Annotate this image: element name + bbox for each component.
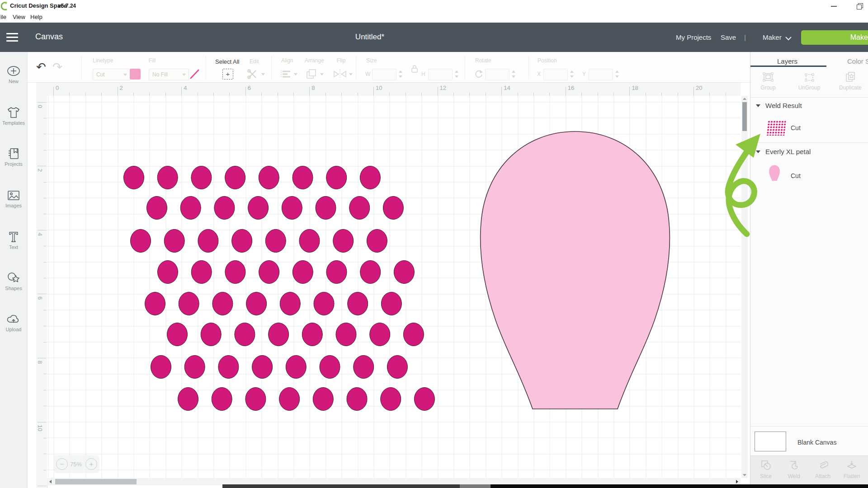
flip-icon[interactable] xyxy=(333,69,347,79)
canvas-dot[interactable] xyxy=(349,197,370,220)
canvas-dot[interactable] xyxy=(299,230,320,253)
height-input[interactable] xyxy=(428,69,453,80)
canvas-dot[interactable] xyxy=(302,323,322,346)
canvas-dot[interactable] xyxy=(394,261,414,284)
canvas-dot[interactable] xyxy=(232,230,252,253)
scroll-right-icon[interactable] xyxy=(736,480,738,483)
canvas-dot[interactable] xyxy=(333,230,354,253)
canvas-dot[interactable] xyxy=(292,166,313,189)
canvas-dot[interactable] xyxy=(354,356,374,379)
hamburger-menu-icon[interactable] xyxy=(6,33,18,42)
canvas-dot[interactable] xyxy=(225,261,245,284)
linetype-color-swatch[interactable] xyxy=(130,69,141,80)
canvas-dot[interactable] xyxy=(212,292,233,315)
height-stepper[interactable] xyxy=(455,69,459,80)
canvas-dot[interactable] xyxy=(167,323,188,346)
arrange-icon[interactable] xyxy=(306,68,317,80)
sidebar-item-images[interactable]: Images xyxy=(0,188,27,216)
scroll-left-icon[interactable] xyxy=(49,480,52,483)
canvas-dot[interactable] xyxy=(313,388,333,411)
petal-shape[interactable] xyxy=(481,131,670,409)
attach-button[interactable]: Attach xyxy=(810,460,835,479)
canvas-dot[interactable] xyxy=(180,197,201,220)
y-stepper[interactable] xyxy=(615,69,619,80)
canvas-dot[interactable] xyxy=(191,166,212,189)
canvas-dot[interactable] xyxy=(282,197,302,220)
ungroup-button[interactable]: UnGroup xyxy=(793,71,825,91)
weld-button[interactable]: Weld xyxy=(781,460,807,479)
canvas-dot[interactable] xyxy=(320,356,340,379)
undo-icon[interactable]: ↶ xyxy=(36,60,46,74)
canvas-dot[interactable] xyxy=(191,261,212,284)
rotate-input[interactable] xyxy=(485,69,509,80)
layer-label[interactable]: Cut xyxy=(791,172,801,179)
canvas-dot[interactable] xyxy=(370,323,390,346)
horizontal-scrollbar-thumb[interactable] xyxy=(55,479,137,484)
align-icon[interactable] xyxy=(280,70,292,79)
canvas-dot[interactable] xyxy=(326,166,347,189)
canvas-dot[interactable] xyxy=(387,356,407,379)
canvas-dot[interactable] xyxy=(131,230,151,253)
canvas-dot[interactable] xyxy=(259,166,279,189)
canvas-dot[interactable] xyxy=(347,388,367,411)
dots-grid[interactable] xyxy=(124,166,435,411)
sidebar-item-projects[interactable]: Projects xyxy=(0,147,27,175)
align-dropdown-icon[interactable] xyxy=(294,73,297,75)
canvas-dot[interactable] xyxy=(157,166,178,189)
machine-select[interactable]: Maker xyxy=(763,33,782,41)
linetype-dropdown[interactable]: Cut xyxy=(93,69,130,80)
chevron-down-icon[interactable] xyxy=(785,36,792,41)
sidebar-item-shapes[interactable]: Shapes xyxy=(0,271,27,299)
canvas-dot[interactable] xyxy=(383,197,403,220)
vertical-scrollbar-thumb[interactable] xyxy=(742,102,747,131)
vertical-scrollbar[interactable] xyxy=(741,96,748,478)
x-input[interactable] xyxy=(543,69,568,80)
tab-layers[interactable]: Layers xyxy=(777,57,797,65)
redo-icon[interactable]: ↷ xyxy=(52,60,62,74)
canvas-dot[interactable] xyxy=(151,356,171,379)
canvas-dot[interactable] xyxy=(279,388,300,411)
flatten-button[interactable]: Flatten xyxy=(839,460,864,479)
canvas-dot[interactable] xyxy=(348,292,368,315)
sidebar-item-templates[interactable]: Templates xyxy=(0,106,27,134)
menu-help[interactable]: Help xyxy=(30,14,42,20)
canvas-dot[interactable] xyxy=(286,356,306,379)
menu-view[interactable]: View xyxy=(13,14,25,20)
canvas-dot[interactable] xyxy=(124,166,144,189)
canvas-dot[interactable] xyxy=(269,323,289,346)
minimize-icon[interactable] xyxy=(831,6,837,7)
slice-button[interactable]: Slice xyxy=(753,460,778,479)
canvas-dot[interactable] xyxy=(414,388,434,411)
width-stepper[interactable] xyxy=(399,69,403,80)
layer-thumbnail-dots[interactable] xyxy=(766,121,786,136)
canvas-dot[interactable] xyxy=(265,230,286,253)
edit-dropdown-icon[interactable] xyxy=(261,73,265,75)
collapse-triangle-icon[interactable] xyxy=(756,104,760,107)
blank-canvas-thumbnail[interactable] xyxy=(755,432,786,451)
layer-thumbnail-petal[interactable] xyxy=(769,164,780,182)
layer-label[interactable]: Cut xyxy=(791,124,801,131)
scroll-up-icon[interactable] xyxy=(743,98,746,100)
canvas-nav-label[interactable]: Canvas xyxy=(35,32,63,42)
canvas-dot[interactable] xyxy=(145,292,165,315)
canvas-dot[interactable] xyxy=(381,388,401,411)
collapse-triangle-icon[interactable] xyxy=(756,150,760,153)
canvas-dot[interactable] xyxy=(316,197,336,220)
canvas-dot[interactable] xyxy=(246,292,267,315)
canvas-dot[interactable] xyxy=(164,230,184,253)
canvas-dot[interactable] xyxy=(225,166,245,189)
canvas-dot[interactable] xyxy=(235,323,255,346)
group-name[interactable]: Everly XL petal xyxy=(765,148,811,155)
canvas-dot[interactable] xyxy=(179,292,199,315)
canvas-dot[interactable] xyxy=(360,261,381,284)
canvas-dot[interactable] xyxy=(326,261,347,284)
edit-tools-icon[interactable] xyxy=(247,69,259,80)
arrange-dropdown-icon[interactable] xyxy=(320,73,324,75)
select-all-label[interactable]: Select All xyxy=(215,58,239,65)
fill-pen-icon[interactable] xyxy=(189,68,201,80)
x-stepper[interactable] xyxy=(570,69,574,80)
canvas-dot[interactable] xyxy=(178,388,198,411)
zoom-out-button[interactable]: − xyxy=(56,458,68,470)
canvas-dot[interactable] xyxy=(367,230,387,253)
make-it-button[interactable]: Make It xyxy=(801,30,868,45)
